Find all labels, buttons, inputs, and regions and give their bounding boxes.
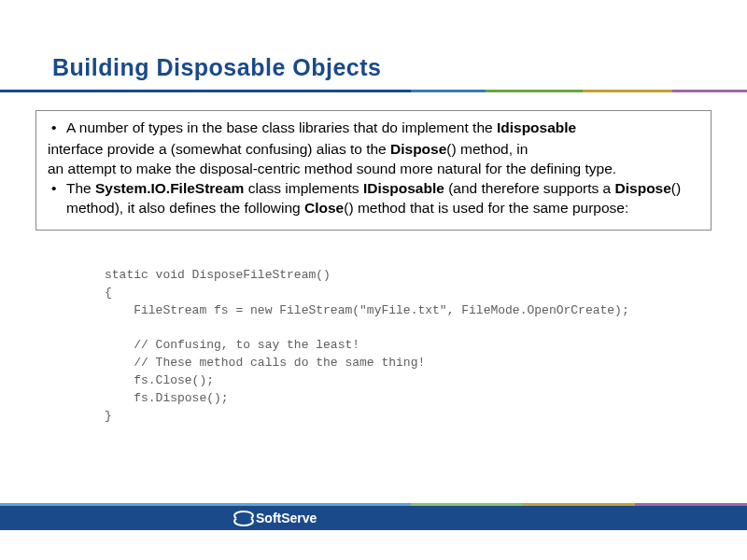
text-bold: System.IO.FileStream: [95, 180, 244, 196]
code-snippet: static void DisposeFileStream() { FileSt…: [105, 267, 655, 426]
text: The: [66, 180, 95, 196]
brand-logo: SoftServe: [233, 511, 317, 525]
text: (and therefore supports a: [444, 180, 615, 196]
slide: Building Disposable Objects A number of …: [0, 0, 747, 560]
text: class implements: [244, 180, 362, 196]
text-bold: IDisposable: [363, 180, 444, 196]
text-bold: Dispose: [615, 180, 671, 196]
text: A number of types in the base class libr…: [66, 119, 497, 135]
text-bold: Idisposable: [497, 119, 576, 135]
text-bold: Close: [304, 200, 344, 216]
continuation-line: an attempt to make the disposal-centric …: [48, 160, 699, 179]
text-bold: Dispose: [390, 141, 446, 157]
title-divider: [0, 90, 747, 92]
text: () method that is used for the same purp…: [344, 200, 628, 216]
bullet-1: A number of types in the base class libr…: [48, 119, 699, 138]
brand-name: SoftServe: [256, 511, 317, 525]
softserve-icon: [233, 511, 252, 525]
footer-bar: SoftServe: [0, 506, 747, 530]
text: () method, in: [446, 141, 528, 157]
bullet-2: The System.IO.FileStream class implement…: [48, 179, 699, 218]
continuation-line: interface provide a (somewhat confusing)…: [48, 140, 699, 160]
content-box: A number of types in the base class libr…: [35, 110, 712, 231]
text: interface provide a (somewhat confusing)…: [48, 141, 390, 157]
slide-title: Building Disposable Objects: [52, 54, 381, 81]
